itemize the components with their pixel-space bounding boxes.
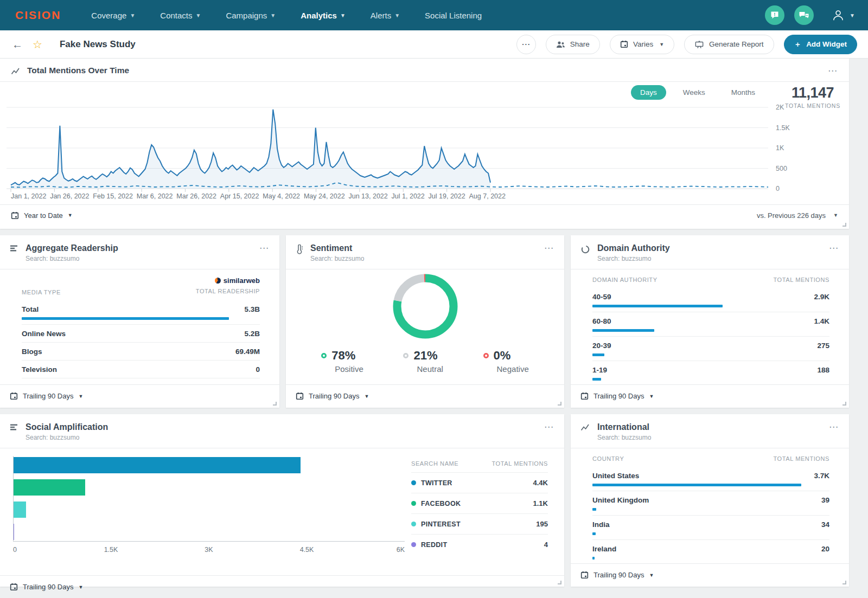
period-dropdown[interactable]: Trailing 90 Days ▼ [296, 392, 369, 400]
sentiment-item-negative: 0%Negative [483, 349, 529, 374]
bar-twitter [14, 457, 301, 473]
row-value: 34 [821, 520, 829, 529]
favorite-star-button[interactable]: ☆ [33, 39, 42, 50]
feedback-icon [770, 10, 780, 20]
nav-item-coverage[interactable]: Coverage▼ [91, 11, 135, 20]
granularity-weeks[interactable]: Weeks [674, 85, 714, 100]
widget-menu-button[interactable]: ⋯ [544, 422, 554, 432]
row-value: 39 [821, 496, 829, 504]
legend-row: TWITTER4.4K [411, 472, 548, 493]
x-tick-label: May 24, 2022 [304, 192, 345, 200]
row-label: India [592, 520, 610, 529]
row-value: 5.2B [244, 330, 260, 338]
x-tick-label: Jul 19, 2022 [429, 192, 465, 200]
column-header: TOTAL MENTIONS [492, 460, 548, 467]
row-label: 20-39 [592, 342, 611, 350]
row-label: FACEBOOK [421, 500, 461, 507]
nav-item-contacts[interactable]: Contacts▼ [160, 11, 201, 20]
user-icon [831, 8, 845, 22]
nav-item-social-listening[interactable]: Social Listening [425, 11, 482, 20]
column-header: COUNTRY [592, 455, 624, 462]
table-row: United States3.7K [592, 467, 829, 491]
period-dropdown[interactable]: Trailing 90 Days ▼ [580, 392, 654, 400]
date-range-dropdown[interactable]: Year to Date ▼ [11, 211, 73, 220]
granularity-days[interactable]: Days [631, 85, 666, 100]
x-tick-label: 3K [205, 546, 213, 554]
sentiment-donut-chart [388, 269, 462, 343]
row-value: 0 [256, 365, 260, 374]
social-legend-table: SEARCH NAME TOTAL MENTIONS TWITTER4.4KFA… [411, 456, 548, 575]
widget-menu-button[interactable]: ⋯ [829, 243, 839, 253]
nav-item-alerts[interactable]: Alerts▼ [371, 11, 400, 20]
resize-handle[interactable] [558, 581, 561, 584]
cision-logo[interactable]: CISION [15, 9, 61, 22]
period-dropdown[interactable]: Trailing 90 Days ▼ [10, 583, 83, 591]
add-widget-button[interactable]: ＋ Add Widget [784, 35, 857, 54]
chevron-down-icon: ▼ [394, 12, 400, 18]
calendar-icon [11, 211, 19, 220]
svg-text:1K: 1K [776, 144, 784, 152]
chat-button[interactable] [794, 5, 814, 25]
similarweb-logo: similarweb [224, 277, 260, 285]
resize-handle[interactable] [843, 581, 846, 584]
sentiment-item-positive: 78%Positive [321, 349, 363, 374]
granularity-months[interactable]: Months [722, 85, 764, 100]
table-row: Total5.3B [22, 300, 260, 325]
calendar-icon [580, 571, 589, 579]
row-value: 188 [817, 366, 829, 374]
widget-menu-button[interactable]: ⋯ [828, 66, 838, 75]
widget-title: Sentiment [310, 243, 537, 253]
widget-title: Total Mentions Over Time [27, 66, 821, 75]
legend-row: FACEBOOK1.1K [411, 493, 548, 513]
more-options-button[interactable]: ⋯ [516, 35, 536, 54]
account-menu[interactable]: ▼ [831, 8, 855, 22]
comparison-dropdown[interactable]: vs. Previous 226 days ▼ [757, 211, 838, 220]
plus-icon: ＋ [794, 40, 802, 49]
row-label: PINTEREST [421, 520, 461, 528]
table-row: India34 [592, 516, 829, 540]
row-label: United Kingdom [592, 496, 649, 504]
resize-handle[interactable] [843, 223, 846, 227]
x-tick-label: Jul 1, 2022 [392, 192, 425, 200]
column-header: SEARCH NAME [411, 460, 458, 467]
aggregate-readership-widget: Aggregate Readership Search: buzzsumo ⋯ … [0, 235, 279, 408]
x-tick-label: 6K [397, 546, 405, 554]
period-dropdown[interactable]: Trailing 90 Days ▼ [580, 571, 654, 579]
table-row: Television0 [22, 361, 260, 378]
widget-menu-button[interactable]: ⋯ [829, 422, 839, 432]
widget-title: Aggregate Readership [25, 243, 252, 253]
nav-right: ▼ [765, 5, 855, 25]
row-bar [22, 317, 229, 320]
column-header: TOTAL MENTIONS [773, 455, 829, 462]
row-label: United States [592, 472, 639, 480]
total-mentions-widget: Total Mentions Over Time ⋯ 05001K1.5K2K … [0, 59, 849, 229]
x-tick-label: May 4, 2022 [263, 192, 300, 200]
nav-item-campaigns[interactable]: Campaigns▼ [226, 11, 276, 20]
back-button[interactable]: ← [12, 39, 23, 50]
widget-menu-button[interactable]: ⋯ [259, 243, 270, 253]
arc-circle-icon [580, 245, 590, 254]
row-label: 40-59 [592, 293, 611, 301]
row-bar [592, 484, 801, 486]
social-bar-chart: 01.5K3K4.5K6K [13, 448, 411, 575]
date-varies-dropdown[interactable]: Varies ▼ [610, 35, 674, 54]
share-button[interactable]: Share [546, 35, 600, 54]
widget-menu-button[interactable]: ⋯ [544, 243, 554, 253]
generate-report-button[interactable]: Generate Report [684, 35, 774, 54]
widget-subtitle: Search: buzzsumo [25, 255, 252, 262]
period-dropdown[interactable]: Trailing 90 Days ▼ [10, 392, 83, 400]
resize-handle[interactable] [558, 402, 561, 406]
resize-handle[interactable] [273, 402, 277, 406]
x-axis-labels: Jan 1, 2022Jan 26, 2022Feb 15, 2022Mar 6… [11, 192, 506, 200]
legend-row: PINTEREST195 [411, 513, 548, 534]
table-row: United Kingdom39 [592, 491, 829, 516]
feedback-button[interactable] [765, 5, 784, 25]
presentation-icon [694, 40, 704, 49]
resize-handle[interactable] [843, 402, 846, 406]
nav-item-analytics[interactable]: Analytics▼ [301, 11, 346, 20]
row-bar [592, 329, 654, 332]
legend-row: REDDIT4 [411, 534, 548, 555]
x-tick-label: 4.5K [300, 546, 314, 554]
table-row: Online News5.2B [22, 325, 260, 343]
bar-pinterest [14, 501, 26, 518]
